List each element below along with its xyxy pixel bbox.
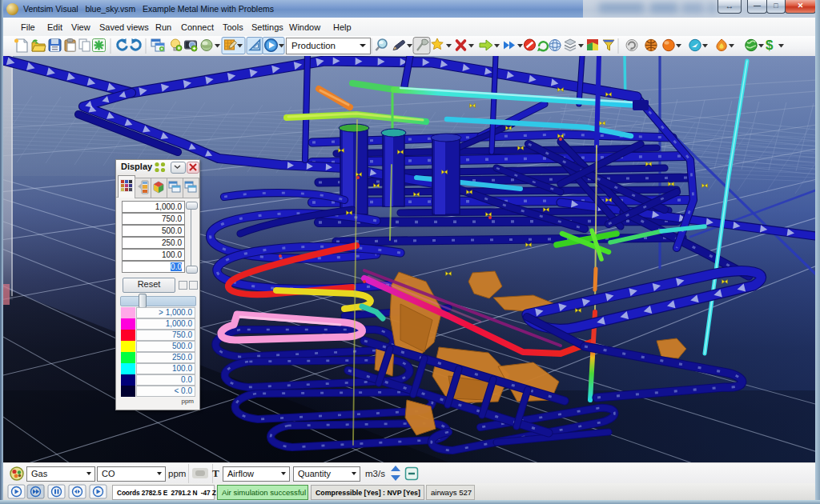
svg-text:$: $ (766, 38, 774, 53)
